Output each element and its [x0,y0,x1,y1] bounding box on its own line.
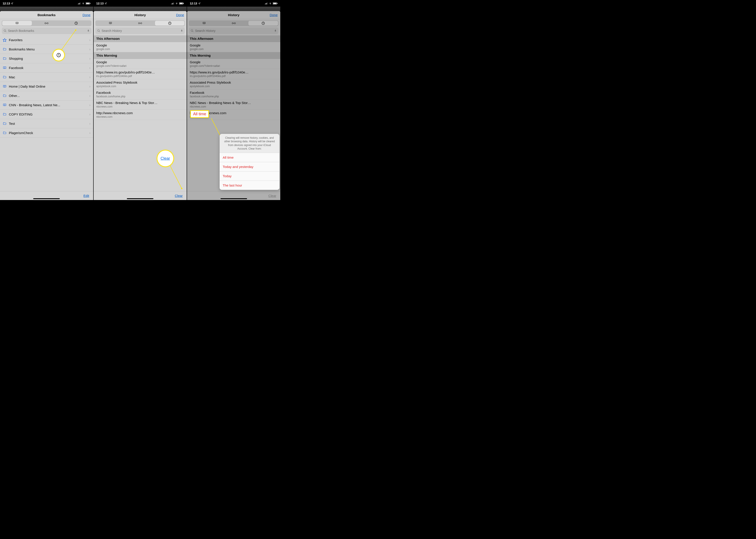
history-title: Google [190,60,278,64]
history-subtitle: apstylebook.com [96,85,184,88]
popup-option-last-hour[interactable]: The last hour [219,181,279,190]
star-icon [3,38,7,42]
search-placeholder: Search History [102,29,179,33]
popup-option-today[interactable]: Today [219,172,279,181]
svg-rect-19 [174,2,174,4]
history-row[interactable]: http://www.nbcnews.comnbcnews.com [94,110,187,120]
status-bar: 12:13 [187,0,280,7]
done-button[interactable]: Done [83,13,91,17]
history-list: This AfternoonGooglegoogle.comThis Morni… [94,36,187,120]
bookmark-row[interactable]: Test› [0,119,93,128]
mic-icon[interactable] [87,29,90,33]
popup-option-all-time[interactable]: All time [219,153,279,162]
home-indicator[interactable] [220,198,247,199]
history-row[interactable]: Googlegoogle.com/?client=safari [187,59,280,69]
chevron-right-icon: › [89,75,90,79]
search-bar[interactable]: Search Bookmarks [2,28,91,34]
bookmark-row[interactable]: Mac› [0,73,93,82]
callout-all-time-tag: All time [190,110,209,118]
svg-rect-36 [277,3,277,4]
history-row[interactable]: Associated Press Stylebookapstylebook.co… [94,79,187,89]
history-title: Associated Press Stylebook [96,81,184,84]
bookmark-row[interactable]: Facebook› [0,63,93,73]
mic-icon[interactable] [180,29,183,33]
svg-rect-35 [273,3,276,4]
clear-history-popup: Clearing will remove history, cookies, a… [219,134,279,190]
history-title: Google [190,43,278,47]
glasses-icon [138,22,142,24]
history-title: http://www.nbcnews.com [96,111,184,115]
svg-point-37 [232,23,233,24]
bookmark-row[interactable]: COPY EDITING› [0,110,93,119]
history-row[interactable]: https://www.irs.gov/pub/irs-pdf/f1040e…i… [94,69,187,79]
signal-icon [265,2,268,5]
tab-bookmarks[interactable] [96,21,126,26]
bookmark-row[interactable]: Favorites› [0,36,93,45]
svg-point-24 [140,23,142,24]
history-row[interactable]: Googlegoogle.com [94,42,187,52]
chevron-right-icon: › [89,57,90,61]
callout-history-tab [53,49,64,61]
tab-history[interactable] [155,21,185,26]
bookmark-row[interactable]: CNN - Breaking News, Latest Ne...› [0,101,93,110]
history-subtitle: facebook.com/home.php [190,95,278,98]
bookmark-row[interactable]: PlagerismCheck› [0,128,93,138]
folder-icon [3,122,7,125]
history-row[interactable]: Facebookfacebook.com/home.php [187,89,280,100]
history-row[interactable]: NBC News - Breaking News & Top Stor…nbcn… [94,100,187,110]
search-placeholder: Search History [195,29,273,33]
done-button[interactable]: Done [270,13,278,17]
bookmark-row[interactable]: Home | Daily Mail Online› [0,82,93,91]
bookmark-row[interactable]: Other...› [0,91,93,101]
history-subtitle: apstylebook.com [190,85,278,88]
svg-rect-11 [88,30,89,31]
tab-bookmarks[interactable] [2,21,32,26]
folder-icon [3,94,7,98]
tab-bookmarks[interactable] [189,21,219,26]
tab-history[interactable] [61,21,91,26]
edit-button[interactable]: Edit [83,194,89,197]
home-indicator[interactable] [127,198,153,199]
tab-reading-list[interactable] [32,21,61,26]
segmented-control[interactable] [189,20,279,26]
history-row[interactable]: Associated Press Stylebookapstylebook.co… [187,79,280,89]
search-bar[interactable]: Search History [95,28,185,34]
popup-option-today-yesterday[interactable]: Today and yesterday [219,162,279,172]
bookmark-label: COPY EDITING [9,113,87,116]
done-button[interactable]: Done [176,13,184,17]
bookmark-row[interactable]: Bookmarks Menu› [0,45,93,54]
bookmark-label: PlagerismCheck [9,131,87,135]
bookmark-label: CNN - Breaking News, Latest Ne... [9,103,87,107]
book-icon [3,85,7,88]
clear-button[interactable]: Clear [175,194,183,197]
clear-button[interactable]: Clear [268,194,276,197]
tab-reading-list[interactable] [125,21,155,26]
location-icon [105,2,107,5]
wifi-icon [82,2,85,5]
history-section-header: This Afternoon [94,36,187,42]
tab-reading-list[interactable] [219,21,249,26]
history-title: NBC News - Breaking News & Top Stor… [190,101,278,105]
mic-icon[interactable] [274,29,277,33]
history-row[interactable]: NBC News - Breaking News & Top Stor…nbcn… [187,100,280,110]
history-row[interactable]: Googlegoogle.com [187,42,280,52]
chevron-right-icon: › [89,85,90,89]
segmented-control[interactable] [2,20,91,26]
history-subtitle: irs.gov/pub/irs-pdf/f1040es.pdf [96,75,184,78]
history-title: https://www.irs.gov/pub/irs-pdf/f1040e… [96,70,184,74]
bookmarks-panel: Bookmarks Done Search Bookmarks Favorite… [0,11,93,200]
segmented-control[interactable] [95,20,185,26]
search-bar[interactable]: Search History [189,28,279,34]
bookmark-row[interactable]: Shopping› [0,54,93,63]
popup-message: Clearing will remove history, cookies, a… [219,134,279,153]
home-indicator[interactable] [33,198,60,199]
status-time: 12:13 [190,2,197,5]
svg-rect-6 [90,3,90,4]
history-row[interactable]: Facebookfacebook.com/home.php [94,89,187,100]
svg-point-10 [4,30,6,32]
history-row[interactable]: https://www.irs.gov/pub/irs-pdf/f1040e…i… [187,69,280,79]
tab-history[interactable] [248,21,278,26]
history-row[interactable]: Googlegoogle.com/?client=safari [94,59,187,69]
chevron-right-icon: › [89,38,90,42]
svg-rect-21 [180,3,183,4]
